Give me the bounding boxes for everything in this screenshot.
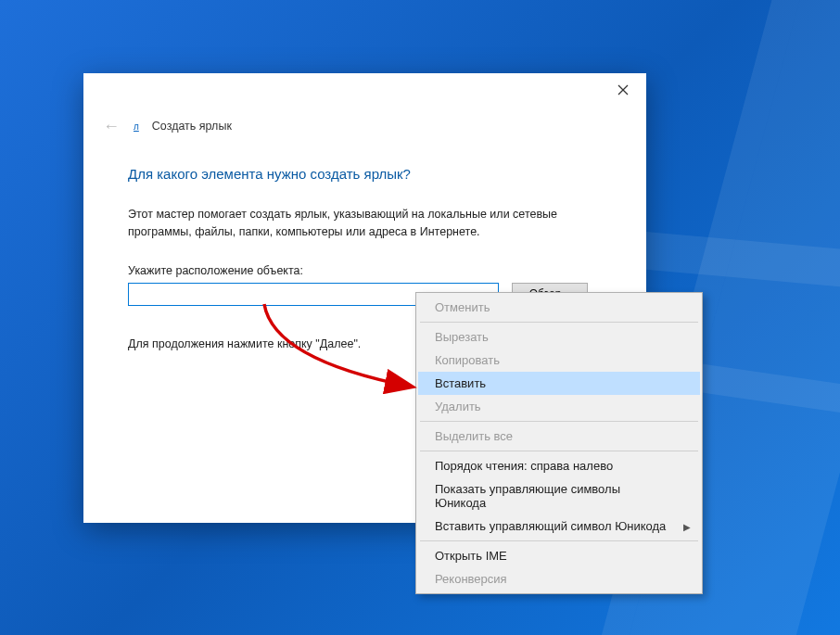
menu-item: Копировать [418, 349, 700, 372]
menu-item[interactable]: Показать управляющие символы Юникода [418, 477, 700, 514]
chevron-right-icon: ▶ [683, 521, 691, 531]
menu-separator [420, 322, 698, 323]
menu-item: Реконверсия [418, 567, 700, 591]
menu-separator [420, 451, 698, 451]
menu-item: Отменить [418, 296, 700, 319]
titlebar [83, 73, 646, 108]
context-menu: ОтменитьВырезатьКопироватьВставитьУдалит… [415, 292, 703, 594]
location-label: Укажите расположение объекта: [128, 264, 602, 277]
menu-item: Вырезать [418, 325, 700, 349]
menu-item: Удалить [418, 395, 700, 418]
menu-item[interactable]: Вставить управляющий символ Юникода▶ [418, 514, 700, 538]
page-title: Для какого элемента нужно создать ярлык? [128, 166, 602, 182]
menu-separator [420, 421, 698, 422]
close-button[interactable] [605, 77, 641, 103]
wizard-description: Этот мастер помогает создать ярлык, указ… [128, 206, 602, 242]
breadcrumb: Создать ярлык [152, 120, 232, 133]
wizard-header: ← л Создать ярлык [83, 108, 646, 138]
menu-item[interactable]: Порядок чтения: справа налево [418, 454, 700, 477]
shortcut-icon: л [134, 121, 139, 132]
menu-separator [420, 540, 698, 541]
menu-item[interactable]: Вставить [418, 372, 700, 395]
back-arrow-icon: ← [102, 117, 121, 136]
menu-item: Выделить все [418, 425, 700, 448]
menu-item[interactable]: Открыть IME [418, 544, 700, 567]
